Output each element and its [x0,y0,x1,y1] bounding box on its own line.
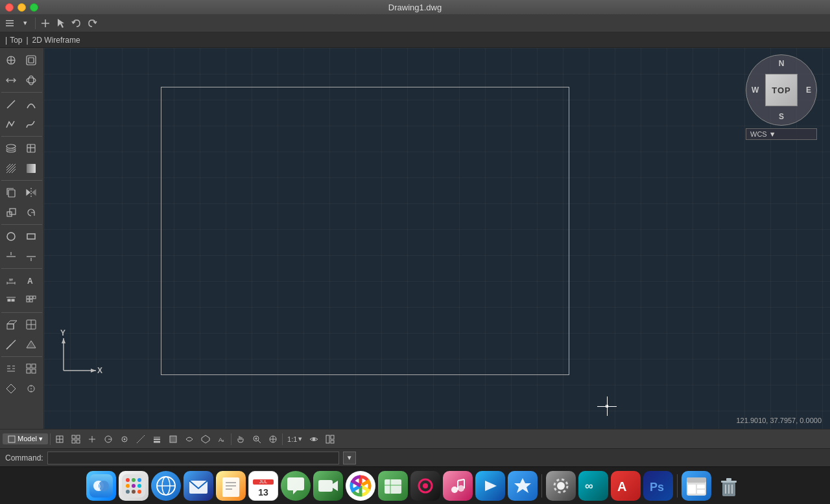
dock-item-messages[interactable] [281,471,311,501]
menu-button[interactable] [3,16,17,30]
redo-button[interactable] [85,16,99,30]
dock-item-mail[interactable] [184,471,213,501]
dock-item-finder[interactable]: :) [86,471,116,501]
orbit-btn[interactable] [21,71,41,90]
transparency-toggle[interactable] [166,432,180,446]
dock-item-photos[interactable] [346,471,375,501]
select-button[interactable] [54,16,68,30]
dock-item-itunes[interactable] [443,471,473,501]
svg-marker-52 [7,321,17,324]
navwheel-btn[interactable] [266,432,280,446]
annotationscale-toggle[interactable]: Aa [215,432,229,446]
svg-text:13: 13 [258,487,268,498]
maximize-button[interactable] [30,3,38,12]
dock-item-numbers[interactable] [378,471,408,501]
hatch-btn[interactable] [1,159,21,178]
dock-item-imovie[interactable] [475,471,505,501]
properties-btn[interactable] [1,359,21,378]
move-btn[interactable] [1,51,21,70]
arc-btn[interactable] [21,95,41,114]
dock-item-trash[interactable] [714,471,744,501]
dock-item-finder2[interactable] [682,471,711,501]
osnap-toggle[interactable] [117,432,132,446]
viewcube-container[interactable]: N S E W TOP WCS ▼ [746,54,817,126]
polar-toggle[interactable] [101,432,115,446]
rotate-btn[interactable] [21,203,41,222]
command-input[interactable] [47,452,339,464]
mirror-btn[interactable] [21,183,41,202]
trim-btn[interactable] [1,247,21,266]
svg-marker-27 [27,190,30,195]
dock-item-system-prefs[interactable] [546,471,576,501]
dimension-btn[interactable]: AB [1,271,21,290]
svg-marker-5 [58,19,64,28]
zoom-btn[interactable] [21,51,41,70]
dock-item-facetime[interactable] [313,471,343,501]
zoom-realtime-btn[interactable] [250,432,264,446]
dock-item-photoshop[interactable]: Ps [643,471,673,501]
osnap-btn[interactable] [21,379,41,398]
polyline-btn[interactable] [1,115,21,134]
snap-btn[interactable] [1,379,21,398]
copy-btn[interactable] [1,183,21,202]
viewport-view[interactable]: Top [10,36,22,45]
svg-marker-28 [32,190,36,195]
text-btn[interactable]: A [21,271,41,290]
undo-button[interactable] [69,16,84,30]
dock-item-calendar[interactable]: 13JUL [248,471,278,501]
model-tab[interactable]: Model ▾ [3,433,48,444]
viewcube-top[interactable]: TOP [765,74,798,106]
gradient-btn[interactable] [21,159,41,178]
dropdown-button[interactable]: ▾ [18,16,32,30]
selectioncycling-toggle[interactable] [182,432,196,446]
svg-marker-149 [485,481,497,491]
otrack-toggle[interactable] [134,432,148,446]
dock-item-garageband[interactable] [410,471,440,501]
circle-btn[interactable] [1,227,21,246]
wcs-label[interactable]: WCS ▼ [746,128,817,140]
lineweight-toggle[interactable] [150,432,164,446]
scale-btn[interactable] [1,203,21,222]
dock-item-autocad[interactable]: A [611,471,641,501]
viewcube-ring[interactable]: N S E W TOP [746,54,817,126]
3d-extrude-btn[interactable] [1,315,21,334]
hand-pan-btn[interactable] [233,432,248,446]
vl-separator: | [26,36,28,45]
dock-item-launchpad[interactable] [119,471,148,501]
rectangle-btn[interactable] [21,227,41,246]
dock-item-arduino[interactable]: ∞ [578,471,608,501]
dock-item-notes[interactable] [216,471,246,501]
close-button[interactable] [5,3,14,12]
lt-row-8 [1,203,42,222]
extend-btn[interactable] [21,247,41,266]
array-btn[interactable] [21,291,41,310]
line-btn[interactable] [1,95,21,114]
tool-palette-btn[interactable] [21,359,41,378]
svg-rect-161 [721,481,737,483]
measure-btn[interactable] [1,335,21,354]
svg-point-116 [132,478,136,482]
block-btn[interactable] [21,139,41,158]
window-controls[interactable] [5,3,38,12]
add-button[interactable] [38,16,53,30]
3dosnap-toggle[interactable] [198,432,213,446]
snap-toggle[interactable] [53,432,67,446]
lt-sep-6 [1,312,42,313]
annotate-visibility-btn[interactable] [307,432,321,446]
workspace-btn[interactable] [323,432,337,446]
grid-toggle[interactable] [69,432,83,446]
layer-btn[interactable] [1,139,21,158]
pan-btn[interactable] [1,71,21,90]
zoom-scale-btn[interactable]: 1:1 ▾ [285,432,305,446]
spline-btn[interactable] [21,115,41,134]
align-btn[interactable] [1,291,21,310]
ortho-toggle[interactable] [85,432,99,446]
area-btn[interactable] [21,335,41,354]
dock-item-browser[interactable] [151,471,181,501]
dock-item-appstore[interactable] [508,471,538,501]
command-toggle-btn[interactable]: ▼ [343,452,356,464]
viewport-btn[interactable] [21,315,41,334]
canvas-area[interactable]: N S E W TOP WCS ▼ Y [44,48,830,429]
minimize-button[interactable] [18,3,26,12]
viewport-render[interactable]: 2D Wireframe [32,36,80,45]
